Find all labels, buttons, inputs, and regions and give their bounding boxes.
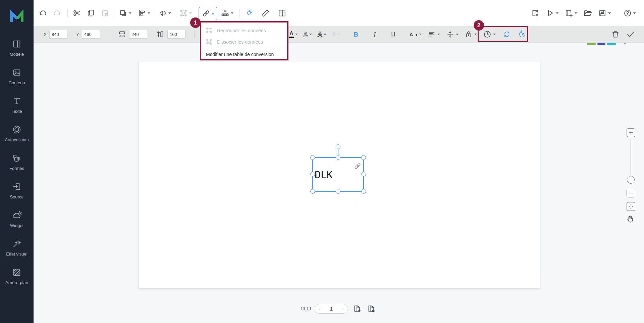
italic-button[interactable]: I xyxy=(374,31,376,38)
sidebar-item-arriere-plan[interactable]: Arrière-plan xyxy=(0,262,34,290)
align-objects-icon xyxy=(138,9,146,17)
resize-handle-sw[interactable] xyxy=(310,189,315,194)
height-input[interactable] xyxy=(167,30,185,39)
confirm-check-icon[interactable] xyxy=(626,30,635,39)
fill-color-button[interactable]: A xyxy=(304,31,312,37)
master-page-icon[interactable]: M xyxy=(367,304,376,313)
group-button[interactable] xyxy=(179,9,192,17)
resize-handle-nw[interactable] xyxy=(310,155,315,160)
combine-button[interactable] xyxy=(119,9,131,17)
sidebar-item-autocollants[interactable]: Autocollants xyxy=(0,119,34,148)
zoom-slider-knob[interactable] xyxy=(627,176,635,184)
trash-icon[interactable] xyxy=(611,30,620,39)
pan-hand-icon[interactable] xyxy=(626,214,635,224)
sidebar-item-texte[interactable]: Texte xyxy=(0,91,34,119)
chevron-down-icon xyxy=(437,34,440,35)
underline-button[interactable]: U xyxy=(391,32,395,37)
add-page-icon[interactable] xyxy=(353,304,362,313)
color-swatch-green[interactable] xyxy=(587,43,596,45)
width-input[interactable] xyxy=(129,30,147,39)
history-clock-icon xyxy=(483,30,492,39)
discard-page-icon[interactable] xyxy=(531,9,540,17)
ungroup-data-icon xyxy=(206,39,213,45)
reset-icon[interactable] xyxy=(518,30,527,39)
resize-handle-ne[interactable] xyxy=(361,155,366,160)
sidebar-item-formes[interactable]: Formes xyxy=(0,148,34,176)
link-button[interactable] xyxy=(199,7,217,20)
cut-icon[interactable] xyxy=(72,9,81,17)
link-dropdown-menu: Regrouper les données Dissocier les donn… xyxy=(200,21,288,60)
prev-page-button[interactable]: ‹ xyxy=(319,306,321,311)
zoom-slider-track[interactable] xyxy=(631,139,631,175)
y-input[interactable] xyxy=(82,30,100,39)
menu-item-label: Modifier une table de conversion xyxy=(206,52,274,57)
outline-color-icon: A xyxy=(318,31,322,38)
sync-icon[interactable] xyxy=(502,30,511,39)
resize-handle-s[interactable] xyxy=(336,189,340,194)
sidebar-item-modele[interactable]: Modèle xyxy=(0,34,34,62)
save-button[interactable] xyxy=(598,9,611,17)
add-artboard-button[interactable] xyxy=(565,9,577,17)
magnet-icon[interactable] xyxy=(244,9,253,17)
sitemap-icon xyxy=(221,9,229,17)
resize-handle-e[interactable] xyxy=(361,172,366,177)
copy-icon[interactable] xyxy=(87,9,95,17)
paste-icon[interactable] xyxy=(101,9,109,17)
chevron-down-icon xyxy=(295,34,298,35)
redo-icon[interactable] xyxy=(53,9,61,17)
undo-icon[interactable] xyxy=(39,9,47,17)
width-icon xyxy=(118,30,126,39)
sitemap-button[interactable] xyxy=(221,9,233,17)
outline-color-button[interactable]: A xyxy=(318,31,326,38)
play-button[interactable] xyxy=(546,9,558,17)
selected-shape[interactable]: DLK xyxy=(312,157,364,192)
sidebar-item-label: Arrière-plan xyxy=(5,280,28,285)
resize-handle-se[interactable] xyxy=(361,189,366,194)
resize-handle-n[interactable] xyxy=(336,155,340,160)
sound-button[interactable] xyxy=(158,9,171,17)
sidebar-item-source[interactable]: Source xyxy=(0,176,34,205)
help-button[interactable] xyxy=(623,9,636,17)
font-color-icon: A xyxy=(289,31,294,38)
align-objects-button[interactable] xyxy=(138,9,150,17)
link-icon xyxy=(202,9,210,17)
chevron-down-icon xyxy=(168,12,171,14)
ruler-icon[interactable] xyxy=(261,9,270,17)
menu-item-modifier-table[interactable]: Modifier une table de conversion xyxy=(201,49,287,60)
resize-handle-w[interactable] xyxy=(310,172,315,177)
sidebar-item-label: Contenu xyxy=(8,80,25,85)
bold-button[interactable]: B xyxy=(354,31,358,38)
color-swatch-blue[interactable] xyxy=(597,43,605,45)
open-folder-icon[interactable] xyxy=(583,9,592,17)
fit-screen-button[interactable] xyxy=(627,202,635,211)
x-input[interactable] xyxy=(49,30,67,39)
app-logo-icon xyxy=(9,10,24,24)
rotate-handle[interactable] xyxy=(336,144,340,149)
text-align-button[interactable] xyxy=(427,30,440,39)
next-page-button[interactable]: › xyxy=(342,306,344,311)
history-button[interactable] xyxy=(483,30,496,39)
menu-item-regrouper[interactable]: Regrouper les données xyxy=(201,25,287,36)
sidebar-item-effet-visuel[interactable]: Effet visuel xyxy=(0,233,34,262)
zoom-out-button[interactable] xyxy=(627,189,635,197)
shadow-color-button[interactable]: A xyxy=(332,32,340,37)
vertical-align-button[interactable] xyxy=(446,30,459,39)
zoom-in-button[interactable] xyxy=(627,128,635,137)
app-logo[interactable] xyxy=(0,0,34,34)
sidebar-item-widget[interactable]: Widget xyxy=(0,205,34,233)
table-icon[interactable] xyxy=(278,9,286,17)
menu-item-dissocier[interactable]: Dissocier les données xyxy=(201,36,287,48)
shape-link-icon[interactable] xyxy=(354,162,362,170)
chevron-down-icon xyxy=(474,34,477,35)
sidebar-item-label: Source xyxy=(10,194,23,199)
page-pager: ‹ 1 › xyxy=(315,304,348,314)
small-arrow-icon xyxy=(414,33,418,36)
font-color-button[interactable]: A xyxy=(289,31,298,38)
color-swatch-teal[interactable] xyxy=(607,43,616,45)
letter-spacing-button[interactable]: A xyxy=(410,32,422,37)
sidebar-item-contenu[interactable]: Contenu xyxy=(0,62,34,91)
vertical-align-icon xyxy=(446,30,454,39)
chevron-down-icon xyxy=(309,34,312,35)
lock-button[interactable] xyxy=(464,30,477,39)
pages-strip-icon[interactable] xyxy=(301,307,311,311)
